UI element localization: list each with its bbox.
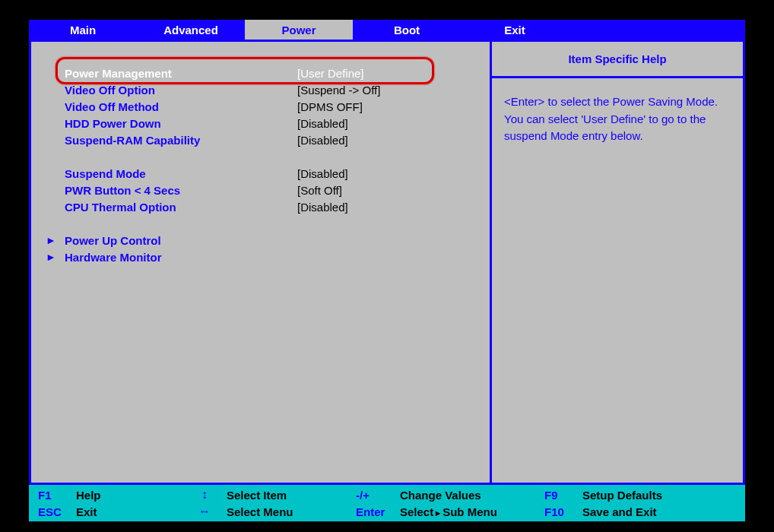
tab-main[interactable]: Main	[29, 20, 137, 40]
key-enter: Enter	[356, 505, 400, 518]
main-panel: Power Management [User Define] Video Off…	[31, 42, 492, 483]
submenu-arrow-icon: ▸	[48, 233, 62, 247]
hint-select-submenu: Select▸Sub Menu	[400, 505, 544, 518]
item-suspend-mode[interactable]: Suspend Mode [Disabled]	[48, 165, 482, 182]
item-label: Power Up Control	[62, 234, 297, 247]
tab-power[interactable]: Power	[245, 20, 353, 40]
body-area: Power Management [User Define] Video Off…	[29, 40, 745, 485]
item-label: Suspend Mode	[62, 167, 297, 180]
leftright-arrow-icon: ↔	[182, 505, 227, 518]
item-value: [Suspend -> Off]	[297, 84, 380, 97]
key-f9: F9	[544, 489, 582, 502]
item-label: HDD Power Down	[62, 117, 297, 130]
item-label: Video Off Method	[62, 100, 297, 113]
menu-bar: Main Advanced Power Boot Exit	[29, 20, 745, 40]
item-video-off-method[interactable]: Video Off Method [DPMS OFF]	[48, 98, 482, 115]
submenu-hardware-monitor[interactable]: ▸ Hardware Monitor	[48, 249, 482, 265]
hint-save-exit: Save and Exit	[582, 505, 657, 518]
hint-select-menu: Select Menu	[227, 505, 356, 518]
help-panel: Item Specific Help <Enter> to select the…	[492, 42, 743, 483]
item-label: PWR Button < 4 Secs	[62, 184, 297, 197]
hint-select-item: Select Item	[227, 489, 356, 502]
item-value: [Disabled]	[297, 201, 348, 214]
item-value: [Disabled]	[297, 167, 348, 180]
submenu-arrow-icon: ▸	[48, 250, 62, 264]
item-value: [User Define]	[297, 67, 364, 80]
updown-arrow-icon: ↕	[182, 488, 227, 502]
item-label: Suspend-RAM Capability	[62, 134, 297, 147]
item-label: Power Management	[62, 67, 297, 80]
key-f10: F10	[544, 505, 582, 518]
tab-boot[interactable]: Boot	[353, 20, 461, 40]
hint-exit: Exit	[76, 505, 182, 518]
item-suspend-ram[interactable]: Suspend-RAM Capability [Disabled]	[48, 131, 482, 148]
item-value: [DPMS OFF]	[297, 100, 363, 113]
key-f1: F1	[38, 489, 76, 502]
help-body: <Enter> to select the Power Saving Mode.…	[492, 78, 743, 160]
key-esc: ESC	[38, 505, 76, 518]
tab-advanced[interactable]: Advanced	[137, 20, 245, 40]
submenu-power-up-control[interactable]: ▸ Power Up Control	[48, 232, 482, 249]
footer-bar: F1 Help ↕ Select Item -/+ Change Values …	[29, 485, 745, 521]
hint-help: Help	[76, 489, 182, 502]
hint-setup-defaults: Setup Defaults	[582, 489, 662, 502]
item-pwr-button[interactable]: PWR Button < 4 Secs [Soft Off]	[48, 182, 482, 198]
item-label: CPU Thermal Option	[62, 201, 297, 214]
submenu-arrow-icon: ▸	[436, 508, 440, 518]
hint-change-values: Change Values	[400, 489, 544, 502]
item-value: [Soft Off]	[297, 184, 342, 197]
tab-exit[interactable]: Exit	[461, 20, 569, 40]
item-value: [Disabled]	[297, 134, 348, 147]
item-value: [Disabled]	[297, 117, 348, 130]
item-video-off-option[interactable]: Video Off Option [Suspend -> Off]	[48, 81, 482, 98]
item-cpu-thermal[interactable]: CPU Thermal Option [Disabled]	[48, 198, 482, 215]
item-power-management[interactable]: Power Management [User Define]	[48, 65, 482, 81]
item-hdd-power-down[interactable]: HDD Power Down [Disabled]	[48, 115, 482, 131]
item-label: Video Off Option	[62, 84, 297, 97]
key-minus-plus: -/+	[356, 489, 400, 502]
help-title: Item Specific Help	[492, 42, 743, 78]
item-label: Hardware Monitor	[62, 251, 297, 264]
